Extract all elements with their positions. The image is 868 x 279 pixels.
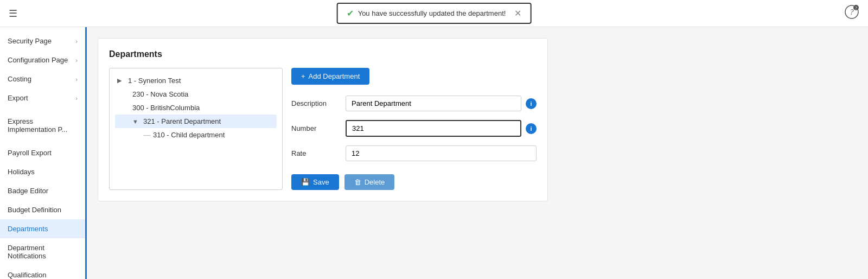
save-icon: 💾: [301, 178, 310, 186]
tree-item-label: 321 - Parent Department: [143, 117, 275, 125]
sidebar-item-label: Configuration Page: [8, 56, 68, 64]
sidebar-item-budget-definition[interactable]: Budget Definition: [0, 200, 85, 219]
sidebar-item-label: Department Notifications: [8, 244, 78, 260]
sidebar-item-label: Express Implementation P...: [8, 117, 78, 134]
tree-panel: ▶ 1 - Synerion Test 230 - Nova Scotia 30…: [109, 68, 283, 190]
description-input[interactable]: [346, 96, 521, 111]
tree-item-label: 300 - BritishColumbia: [132, 104, 275, 112]
card-title: Departments: [109, 49, 537, 59]
main-layout: Security Page › Configuration Page › Cos…: [0, 27, 868, 279]
svg-text:?: ?: [850, 8, 854, 16]
sidebar-item-configuration-page[interactable]: Configuration Page ›: [0, 50, 85, 69]
save-button[interactable]: 💾 Save: [291, 174, 339, 190]
sidebar-item-departments[interactable]: Departments: [0, 219, 85, 238]
sidebar-item-security-page[interactable]: Security Page ›: [0, 31, 85, 50]
form-panel: + Add Department Description i Number: [291, 68, 537, 190]
add-department-button[interactable]: + Add Department: [291, 68, 369, 85]
sidebar-item-label: Costing: [8, 75, 31, 83]
tree-item-label: 310 - Child department: [153, 131, 275, 139]
plus-icon: +: [301, 72, 305, 80]
number-label: Number: [291, 124, 346, 132]
sidebar-item-costing[interactable]: Costing ›: [0, 69, 85, 88]
sidebar-item-label: Budget Definition: [8, 206, 61, 214]
sidebar-item-holidays[interactable]: Holidays: [0, 162, 85, 181]
sidebar: Security Page › Configuration Page › Cos…: [0, 27, 87, 279]
sidebar-item-express-implementation[interactable]: Express Implementation P...: [0, 112, 85, 139]
sidebar-item-department-notifications[interactable]: Department Notifications: [0, 238, 85, 265]
number-info-icon[interactable]: i: [526, 123, 537, 134]
rate-label: Rate: [291, 149, 346, 157]
number-row: Number i: [291, 120, 537, 137]
departments-card: Departments ▶ 1 - Synerion Test 230 - No…: [98, 38, 548, 201]
sidebar-item-badge-editor[interactable]: Badge Editor: [0, 181, 85, 200]
delete-icon: 🗑: [354, 178, 361, 186]
add-department-label: Add Department: [309, 72, 360, 80]
description-label: Description: [291, 99, 346, 107]
sidebar-item-label: Qualification Assignments: [8, 271, 78, 279]
dashed-line-icon: - - - -: [143, 131, 150, 139]
card-panels: ▶ 1 - Synerion Test 230 - Nova Scotia 30…: [109, 68, 537, 190]
toast-check-icon: ✔: [347, 8, 354, 18]
sidebar-item-label: Departments: [8, 225, 48, 233]
number-input-wrap: i: [346, 120, 537, 137]
delete-label: Delete: [365, 178, 385, 186]
chevron-right-icon: ›: [75, 38, 78, 45]
tree-expand-icon: ▶: [117, 77, 125, 84]
tree-item-label: 1 - Synerion Test: [128, 77, 275, 85]
success-toast: ✔ You have successfully updated the depa…: [337, 3, 532, 24]
sidebar-item-label: Export: [8, 94, 28, 102]
sidebar-item-label: Badge Editor: [8, 187, 48, 195]
sidebar-item-export[interactable]: Export ›: [0, 88, 85, 107]
delete-button[interactable]: 🗑 Delete: [344, 174, 395, 190]
topbar: ☰ ✔ You have successfully updated the de…: [0, 0, 868, 27]
svg-text:?: ?: [855, 5, 857, 11]
description-info-icon[interactable]: i: [526, 98, 537, 109]
content-area: Departments ▶ 1 - Synerion Test 230 - No…: [87, 27, 868, 279]
toast-close-icon[interactable]: ✕: [514, 8, 521, 18]
tree-item-root[interactable]: ▶ 1 - Synerion Test: [115, 74, 277, 87]
toast-message: You have successfully updated the depart…: [358, 9, 506, 17]
help-icon[interactable]: ? ?: [844, 4, 859, 23]
chevron-right-icon: ›: [75, 95, 78, 102]
form-actions: 💾 Save 🗑 Delete: [291, 174, 537, 190]
rate-row: Rate: [291, 145, 537, 161]
tree-item-label: 230 - Nova Scotia: [132, 90, 275, 98]
tree-item-nova-scotia[interactable]: 230 - Nova Scotia: [115, 87, 277, 101]
hamburger-icon[interactable]: ☰: [9, 8, 17, 20]
sidebar-item-label: Security Page: [8, 37, 52, 45]
chevron-right-icon: ›: [75, 57, 78, 64]
sidebar-item-label: Holidays: [8, 168, 35, 176]
tree-item-child-department[interactable]: - - - - 310 - Child department: [115, 128, 277, 142]
tree-item-parent-department[interactable]: ▼ 321 - Parent Department: [115, 115, 277, 128]
rate-input[interactable]: [346, 145, 537, 161]
tree-collapse-icon: ▼: [132, 118, 140, 125]
description-row: Description i: [291, 96, 537, 111]
tree-item-british-columbia[interactable]: 300 - BritishColumbia: [115, 101, 277, 115]
rate-input-wrap: [346, 145, 537, 161]
topbar-right: ? ?: [844, 4, 859, 23]
description-input-wrap: i: [346, 96, 537, 111]
chevron-right-icon: ›: [75, 76, 78, 83]
save-label: Save: [313, 178, 329, 186]
sidebar-item-qualification-assignments[interactable]: Qualification Assignments: [0, 265, 85, 279]
number-input[interactable]: [346, 120, 521, 137]
sidebar-item-payroll-export[interactable]: Payroll Export: [0, 143, 85, 162]
sidebar-item-label: Payroll Export: [8, 149, 52, 157]
